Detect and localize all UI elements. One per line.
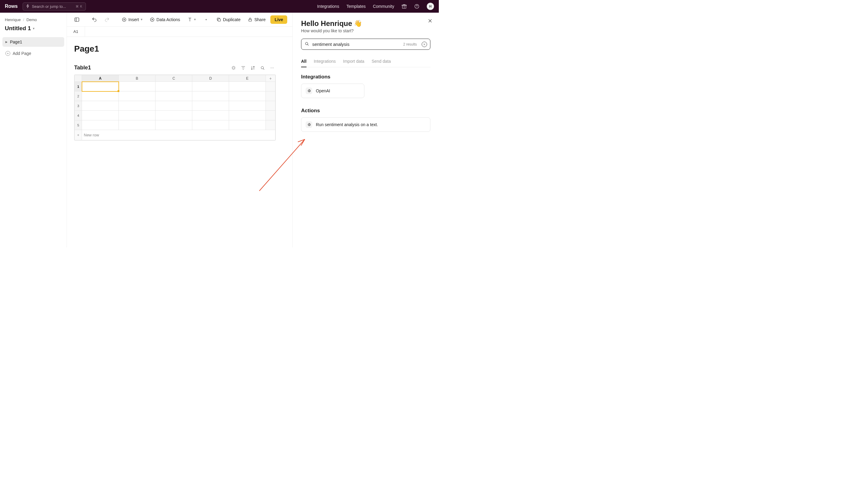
cell[interactable] xyxy=(156,111,192,120)
nav-link-integrations[interactable]: Integrations xyxy=(317,4,339,9)
panel-tabs: All Integrations Import data Send data xyxy=(301,56,430,67)
tab-all[interactable]: All xyxy=(301,56,307,67)
user-avatar[interactable]: H xyxy=(427,3,434,10)
column-header[interactable]: C xyxy=(156,75,192,82)
panel-search[interactable]: 2 results xyxy=(301,39,430,50)
duplicate-button[interactable]: Duplicate xyxy=(214,16,243,24)
global-search-shortcut: ⌘ K xyxy=(76,5,82,8)
action-card-sentiment[interactable]: Run sentiment analysis on a text. xyxy=(301,117,430,132)
sparkle-icon[interactable] xyxy=(231,65,236,70)
cell[interactable] xyxy=(119,82,156,91)
spreadsheet-table: A B C D E + 1 xyxy=(74,75,276,141)
add-row-button[interactable]: + xyxy=(75,130,82,140)
lightning-icon xyxy=(26,4,30,9)
share-button[interactable]: Share xyxy=(245,16,268,24)
column-header[interactable]: E xyxy=(229,75,266,82)
chevron-down-icon: ▾ xyxy=(33,27,35,30)
cell[interactable] xyxy=(156,82,192,91)
gift-icon[interactable] xyxy=(401,4,407,9)
global-search-placeholder: Search or jump to... xyxy=(32,4,66,9)
nav-link-community[interactable]: Community xyxy=(373,4,394,9)
svg-point-7 xyxy=(261,66,264,69)
cell[interactable] xyxy=(229,111,266,120)
clear-search-button[interactable] xyxy=(422,41,427,47)
brand-logo[interactable]: Rows xyxy=(5,4,18,9)
insert-button[interactable]: Insert ▾ xyxy=(119,16,145,24)
cell[interactable] xyxy=(192,91,229,101)
cell[interactable] xyxy=(192,111,229,120)
toggle-sidebar-button[interactable] xyxy=(72,15,82,24)
cell[interactable] xyxy=(229,82,266,91)
column-header[interactable]: D xyxy=(192,75,229,82)
new-row-label[interactable]: New row xyxy=(82,130,276,140)
row-header[interactable]: 2 xyxy=(75,91,82,101)
sidebar-page-item[interactable]: ▶ Page1 xyxy=(2,37,64,47)
cell[interactable] xyxy=(156,91,192,101)
cell[interactable] xyxy=(156,101,192,111)
chevron-down-icon: ▾ xyxy=(141,18,143,22)
tab-integrations[interactable]: Integrations xyxy=(314,56,336,67)
cell[interactable] xyxy=(82,91,119,101)
row-header[interactable]: 1 xyxy=(75,82,82,91)
text-format-button[interactable]: ▾ xyxy=(185,15,198,24)
cell[interactable] xyxy=(192,101,229,111)
tab-import-data[interactable]: Import data xyxy=(343,56,364,67)
search-icon[interactable] xyxy=(260,65,265,70)
nav-link-templates[interactable]: Templates xyxy=(346,4,366,9)
table-controls xyxy=(231,65,276,70)
breadcrumb-workspace[interactable]: Demo xyxy=(27,18,37,22)
select-all-corner[interactable] xyxy=(75,75,82,82)
row-header[interactable]: 3 xyxy=(75,101,82,111)
cell[interactable] xyxy=(119,111,156,120)
greeting-title: Hello Henrique 👋 xyxy=(301,19,430,28)
undo-button[interactable] xyxy=(89,15,99,24)
chevron-down-icon: ▾ xyxy=(194,18,196,22)
integration-name: OpenAI xyxy=(316,88,330,93)
document-title-row[interactable]: Untitled 1 ▾ xyxy=(2,24,64,35)
table-title[interactable]: Table1 xyxy=(74,64,91,71)
filter-icon[interactable] xyxy=(241,65,246,70)
svg-rect-5 xyxy=(218,19,220,21)
close-panel-button[interactable] xyxy=(427,18,433,24)
cell-reference[interactable]: A1 xyxy=(67,27,85,36)
column-header[interactable]: B xyxy=(119,75,156,82)
cell[interactable] xyxy=(119,120,156,130)
cell[interactable] xyxy=(119,91,156,101)
row-header[interactable]: 4 xyxy=(75,111,82,120)
more-icon[interactable] xyxy=(270,65,275,70)
integration-card-openai[interactable]: OpenAI xyxy=(301,84,364,98)
cell[interactable] xyxy=(82,101,119,111)
tab-send-data[interactable]: Send data xyxy=(372,56,391,67)
cell[interactable] xyxy=(229,101,266,111)
right-panel: Hello Henrique 👋 How would you like to s… xyxy=(292,13,439,248)
cell[interactable] xyxy=(192,82,229,91)
openai-icon xyxy=(306,121,312,128)
help-icon[interactable] xyxy=(414,4,420,9)
redo-button[interactable] xyxy=(102,15,112,24)
cell[interactable] xyxy=(229,120,266,130)
data-actions-button[interactable]: Data Actions xyxy=(147,16,183,24)
column-header[interactable]: A xyxy=(82,75,119,82)
cell[interactable] xyxy=(82,111,119,120)
row-header[interactable]: 5 xyxy=(75,120,82,130)
svg-point-9 xyxy=(272,67,273,68)
actions-heading: Actions xyxy=(301,108,430,114)
left-sidebar: Henrique / Demo Untitled 1 ▾ ▶ Page1 + A… xyxy=(0,13,67,248)
cell[interactable] xyxy=(229,91,266,101)
openai-icon xyxy=(306,87,312,94)
add-column-button[interactable]: + xyxy=(266,75,276,82)
panel-search-input[interactable] xyxy=(312,41,400,47)
cell[interactable] xyxy=(119,101,156,111)
sort-icon[interactable] xyxy=(250,65,255,70)
breadcrumb-user[interactable]: Henrique xyxy=(5,18,21,22)
cell[interactable] xyxy=(82,120,119,130)
live-button[interactable]: Live xyxy=(270,16,287,24)
cell[interactable] xyxy=(192,120,229,130)
cell[interactable] xyxy=(156,120,192,130)
top-nav: Rows Search or jump to... ⌘ K Integratio… xyxy=(0,0,439,13)
page-title[interactable]: Page1 xyxy=(74,44,292,54)
add-page-button[interactable]: + Add Page xyxy=(2,49,64,58)
cell-a1[interactable] xyxy=(82,82,119,91)
global-search[interactable]: Search or jump to... ⌘ K xyxy=(23,2,86,10)
svg-point-11 xyxy=(305,42,308,45)
